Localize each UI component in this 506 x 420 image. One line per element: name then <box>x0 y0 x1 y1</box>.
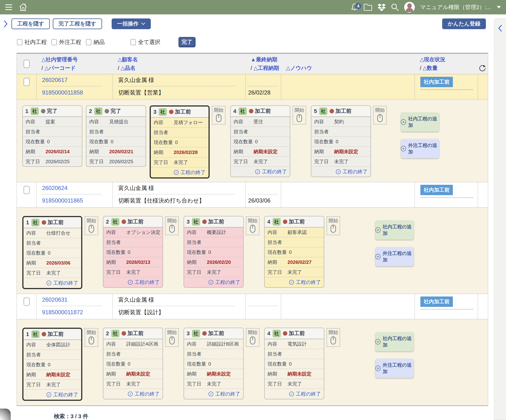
header-checkbox[interactable] <box>24 60 30 68</box>
row-checkbox[interactable] <box>24 78 30 86</box>
filter-external-process[interactable]: 外注工程 <box>52 38 81 46</box>
filter-delivery[interactable]: 納品 <box>86 38 105 46</box>
add-internal-process-button[interactable]: +社内工程の追加 <box>401 112 439 132</box>
end-process-link[interactable]: ✓工程の終了 <box>265 389 324 399</box>
start-button[interactable]: 開始 <box>165 328 179 347</box>
process-status-label: 加工前 <box>335 108 352 115</box>
order-id-link[interactable]: 26020624 <box>42 185 67 191</box>
sort-current-status[interactable]: △現在状況 <box>420 56 478 63</box>
bulk-action-button[interactable]: 一括操作 <box>112 19 151 29</box>
sort-product[interactable]: /△品名 <box>118 64 246 72</box>
status-dot-icon <box>42 332 46 336</box>
end-process-link[interactable]: ✓工程の終了 <box>103 389 163 399</box>
barcode-link[interactable]: 9185000011865 <box>42 197 83 204</box>
add-external-process-button[interactable]: +外注工程の追加 <box>375 359 414 378</box>
end-process-link[interactable]: ✓工程の終了 <box>265 277 324 287</box>
start-button[interactable]: 開始 <box>373 106 387 125</box>
sort-final-deadline[interactable]: ▲最終納期 <box>251 56 281 63</box>
end-process-link[interactable]: ✓工程の終了 <box>23 278 81 288</box>
start-button[interactable]: 開始 <box>326 216 340 235</box>
expand-sidebar-chevron-icon[interactable] <box>3 20 8 28</box>
barcode-link[interactable]: 9185000011872 <box>42 309 83 316</box>
delivery-checkbox[interactable] <box>86 39 91 45</box>
process-card[interactable]: 3社加工前内容見積フォロー担当者現在数量0納期2026/02/28完了日未完了✓… <box>150 105 210 178</box>
end-process-link[interactable]: ✓工程の終了 <box>311 167 371 177</box>
menu-icon[interactable] <box>5 4 12 10</box>
card-row-assignee: 担当者 <box>231 127 290 137</box>
process-card[interactable]: 1社完了内容提案担当者現在数量0納期2026/02/14完了日2026/02/2… <box>22 105 82 167</box>
end-process-link[interactable]: ✓工程の終了 <box>231 167 290 177</box>
mouse-icon <box>216 114 221 122</box>
start-button[interactable]: 開始 <box>246 216 260 235</box>
start-label: 開始 <box>248 217 257 224</box>
process-card[interactable]: 2社加工前内容オプション決定担当者現在数量0納期2026/02/13完了日未完了… <box>103 216 163 288</box>
order-id-link[interactable]: 26020617 <box>42 77 67 83</box>
search-icon[interactable] <box>391 3 399 11</box>
account-label[interactable]: マニュアル権限（管理2）:... <box>420 4 491 11</box>
add-internal-process-button[interactable]: +社内工程の追加 <box>375 220 414 240</box>
filter-internal-process[interactable]: 社内工程 <box>17 38 47 46</box>
notifications-bell-icon[interactable]: 4 <box>351 3 358 11</box>
process-card[interactable]: 4社加工前内容受注担当者現在数量0納期納期未設定完了日未完了✓工程の終了 <box>230 105 290 177</box>
hide-completed-process-button[interactable]: 完了工程を隠す <box>53 19 102 29</box>
end-process-link[interactable]: ✓工程の終了 <box>103 277 163 287</box>
end-process-link[interactable]: ✓工程の終了 <box>151 168 208 177</box>
sort-internal-number[interactable]: △社内管理番号 <box>41 56 113 63</box>
row-checkbox[interactable] <box>24 186 30 194</box>
process-card[interactable]: 3社加工前内容概要設計担当者現在数量0納期2026/02/20完了日未完了✓工程… <box>184 216 244 288</box>
select-all-checkbox[interactable] <box>130 39 136 45</box>
barcode-link[interactable]: 9185000011858 <box>42 89 83 96</box>
process-card[interactable]: 2社加工前内容詳細設計A区画担当者現在数量0納期納期未設定完了日未完了✓工程の終… <box>103 328 163 399</box>
start-button[interactable]: 開始 <box>165 216 179 235</box>
collapse-panel-chevron-icon[interactable] <box>494 24 506 32</box>
filter-select-all[interactable]: 全て選択 <box>130 38 160 46</box>
content-label: 内容 <box>89 119 107 125</box>
sort-process-deadline[interactable]: /△工程納期 <box>251 64 281 72</box>
process-card[interactable]: 5社加工前内容契約担当者現在数量0納期納期未設定完了日未完了✓工程の終了 <box>311 105 371 177</box>
process-card[interactable]: 1社加工前内容全体図設計担当者現在数量0納期納期未設定完了日未完了✓工程の終了 <box>22 328 82 401</box>
start-button[interactable]: 開始 <box>326 328 340 347</box>
user-avatar[interactable] <box>404 2 415 13</box>
refresh-icon[interactable] <box>479 64 488 72</box>
process-card[interactable]: 4社加工前内容顧客承認担当者現在数量0納期2026/02/27完了日未完了✓工程… <box>264 216 324 288</box>
end-process-label: 工程の終了 <box>296 279 321 286</box>
sort-customer[interactable]: △顧客名 <box>118 56 246 63</box>
end-process-link[interactable]: ✓工程の終了 <box>23 390 81 400</box>
end-process-link[interactable]: ✓工程の終了 <box>184 389 243 399</box>
external-process-checkbox[interactable] <box>52 39 57 45</box>
start-button[interactable]: 開始 <box>85 216 98 235</box>
process-card[interactable]: 1社加工前内容仕様打合せ担当者現在数量0納期2026/03/06完了日未完了✓工… <box>22 216 82 289</box>
add-external-process-button[interactable]: +外注工程の追加 <box>375 247 414 266</box>
sort-knowhow[interactable]: △ノウハウ <box>286 64 415 72</box>
app-bar: 4 マニュアル権限（管理2）:... <box>0 0 506 14</box>
add-external-process-button[interactable]: +外注工程の追加 <box>401 139 439 158</box>
order-id-link[interactable]: 26020631 <box>42 297 67 303</box>
complete-button[interactable]: 完了 <box>179 37 195 47</box>
knowhow-cell <box>281 294 415 319</box>
start-button[interactable]: 開始 <box>246 328 260 347</box>
process-card[interactable]: 2社完了内容見積提出担当者現在数量0納期2026/02/21完了日2026/02… <box>86 105 146 167</box>
quick-register-button[interactable]: かんたん登録 <box>442 19 486 29</box>
process-status-label: 加工前 <box>48 331 64 338</box>
row-checkbox[interactable] <box>24 298 30 306</box>
sort-quantity[interactable]: /△数量 <box>420 64 478 72</box>
internal-process-checkbox[interactable] <box>17 39 22 45</box>
card-row-assignee: 担当者 <box>311 127 371 137</box>
card-row-content: 内容受注 <box>231 117 290 127</box>
account-dropdown-caret-icon[interactable] <box>497 6 501 8</box>
add-internal-process-button[interactable]: +社内工程の追加 <box>375 332 414 351</box>
sort-barcode[interactable]: /△バーコード <box>41 64 113 72</box>
order-row-checkbox-cell <box>17 294 36 319</box>
home-icon[interactable] <box>19 3 27 12</box>
end-process-link[interactable]: ✓工程の終了 <box>184 277 243 287</box>
hide-process-button[interactable]: 工程を隠す <box>11 19 50 29</box>
dropbox-icon[interactable] <box>378 3 386 11</box>
start-button[interactable]: 開始 <box>293 106 306 125</box>
start-button[interactable]: 開始 <box>85 328 98 347</box>
folder-icon[interactable] <box>364 3 373 11</box>
process-card[interactable]: 3社加工前内容詳細設計B区画担当者現在数量0納期納期未設定完了日未完了✓工程の終… <box>184 328 244 399</box>
start-button[interactable]: 開始 <box>212 106 226 125</box>
start-label: 開始 <box>167 217 177 224</box>
process-card[interactable]: 4社加工前内容電気設計担当者現在数量0納期納期未設定完了日未完了✓工程の終了 <box>264 328 324 399</box>
card-row-assignee: 担当者 <box>184 349 243 359</box>
